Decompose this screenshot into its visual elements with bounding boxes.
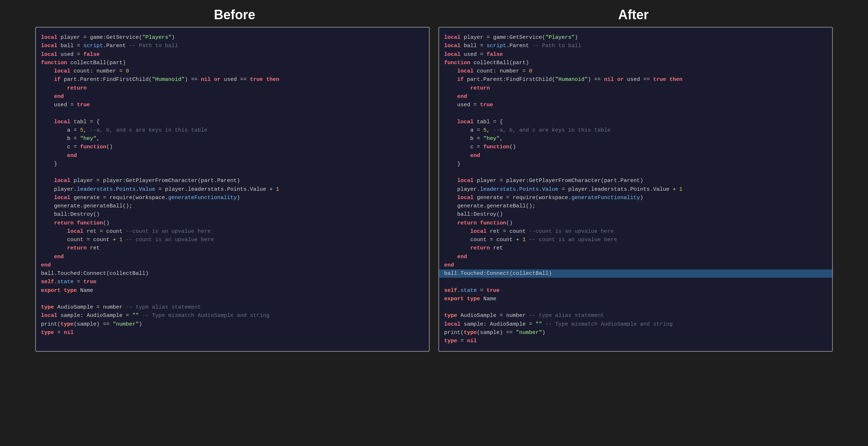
after-title: After bbox=[434, 7, 833, 22]
before-code: local player = game:GetService("Players"… bbox=[41, 33, 424, 337]
after-panel: local player = game:GetService("Players"… bbox=[438, 27, 833, 352]
after-code: local player = game:GetService("Players"… bbox=[444, 33, 827, 345]
before-title: Before bbox=[35, 7, 434, 22]
panels-container: local player = game:GetService("Players"… bbox=[35, 27, 833, 352]
before-panel: local player = game:GetService("Players"… bbox=[35, 27, 430, 352]
